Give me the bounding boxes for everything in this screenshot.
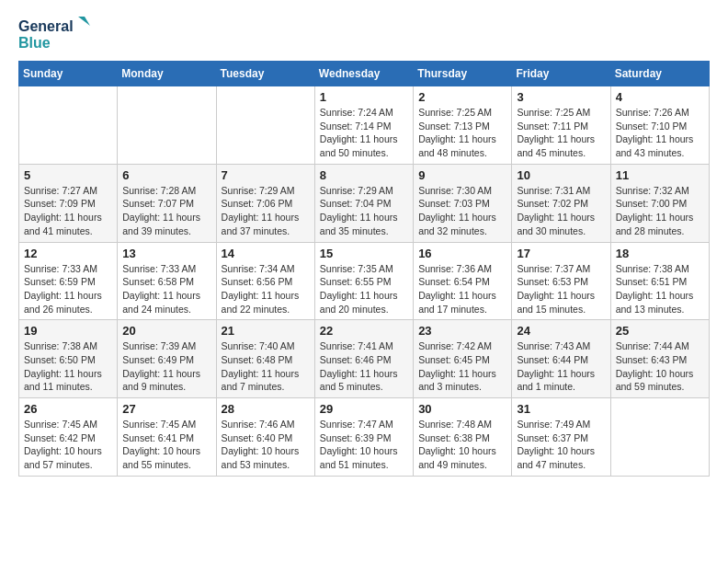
day-info: Sunrise: 7:33 AM Sunset: 6:59 PM Dayligh… [24,262,112,316]
calendar-cell: 5Sunrise: 7:27 AM Sunset: 7:09 PM Daylig… [19,164,118,242]
day-info: Sunrise: 7:43 AM Sunset: 6:44 PM Dayligh… [517,339,605,394]
day-info: Sunrise: 7:37 AM Sunset: 6:53 PM Dayligh… [517,262,605,316]
day-number: 8 [320,168,408,182]
svg-text:Blue: Blue [18,35,51,51]
calendar-cell: 21Sunrise: 7:40 AM Sunset: 6:48 PM Dayli… [216,320,314,398]
calendar-cell: 10Sunrise: 7:31 AM Sunset: 7:02 PM Dayli… [512,164,610,242]
day-number: 15 [320,247,408,260]
day-number: 3 [517,90,605,104]
day-info: Sunrise: 7:24 AM Sunset: 7:14 PM Dayligh… [320,106,408,160]
day-info: Sunrise: 7:36 AM Sunset: 6:54 PM Dayligh… [418,262,506,316]
day-number: 27 [122,402,210,416]
calendar-cell: 25Sunrise: 7:44 AM Sunset: 6:43 PM Dayli… [610,320,709,398]
day-info: Sunrise: 7:40 AM Sunset: 6:48 PM Dayligh… [222,339,310,394]
day-info: Sunrise: 7:41 AM Sunset: 6:46 PM Dayligh… [320,339,408,394]
day-info: Sunrise: 7:33 AM Sunset: 6:58 PM Dayligh… [122,262,210,316]
calendar-cell [216,86,314,165]
weekday-header: Friday [512,62,610,86]
calendar-cell: 29Sunrise: 7:47 AM Sunset: 6:39 PM Dayli… [314,398,413,477]
day-info: Sunrise: 7:26 AM Sunset: 7:10 PM Dayligh… [616,106,704,160]
day-info: Sunrise: 7:42 AM Sunset: 6:45 PM Dayligh… [418,339,506,394]
day-number: 11 [616,168,704,182]
calendar-cell: 23Sunrise: 7:42 AM Sunset: 6:45 PM Dayli… [414,320,512,398]
day-number: 25 [616,324,704,338]
day-info: Sunrise: 7:38 AM Sunset: 6:50 PM Dayligh… [24,339,112,394]
calendar-cell: 22Sunrise: 7:41 AM Sunset: 6:46 PM Dayli… [314,320,413,398]
day-number: 29 [320,402,408,416]
day-number: 18 [616,247,704,260]
calendar-cell: 3Sunrise: 7:25 AM Sunset: 7:11 PM Daylig… [512,86,610,165]
svg-marker-2 [78,17,90,26]
calendar-cell [19,86,118,165]
calendar-cell: 11Sunrise: 7:32 AM Sunset: 7:00 PM Dayli… [610,164,709,242]
svg-text:General: General [18,18,74,34]
day-info: Sunrise: 7:44 AM Sunset: 6:43 PM Dayligh… [616,339,704,394]
day-info: Sunrise: 7:46 AM Sunset: 6:40 PM Dayligh… [222,418,310,472]
calendar-week-row: 5Sunrise: 7:27 AM Sunset: 7:09 PM Daylig… [19,164,710,242]
day-number: 2 [418,90,506,104]
weekday-header: Wednesday [314,62,413,86]
calendar-cell: 15Sunrise: 7:35 AM Sunset: 6:55 PM Dayli… [314,242,413,320]
calendar-cell [610,398,709,477]
day-info: Sunrise: 7:30 AM Sunset: 7:03 PM Dayligh… [418,184,506,238]
weekday-header: Sunday [19,62,118,86]
day-number: 17 [517,247,605,260]
day-number: 13 [122,247,210,260]
calendar-cell: 28Sunrise: 7:46 AM Sunset: 6:40 PM Dayli… [216,398,314,477]
day-info: Sunrise: 7:29 AM Sunset: 7:04 PM Dayligh… [320,184,408,238]
day-number: 30 [418,402,506,416]
day-info: Sunrise: 7:25 AM Sunset: 7:13 PM Dayligh… [418,106,506,160]
calendar-cell: 18Sunrise: 7:38 AM Sunset: 6:51 PM Dayli… [610,242,709,320]
day-number: 4 [616,90,704,104]
calendar-cell: 1Sunrise: 7:24 AM Sunset: 7:14 PM Daylig… [314,86,413,165]
calendar-cell: 7Sunrise: 7:29 AM Sunset: 7:06 PM Daylig… [216,164,314,242]
weekday-header: Tuesday [216,62,314,86]
day-number: 24 [517,324,605,338]
calendar-cell: 26Sunrise: 7:45 AM Sunset: 6:42 PM Dayli… [19,398,118,477]
calendar-week-row: 19Sunrise: 7:38 AM Sunset: 6:50 PM Dayli… [19,320,710,398]
day-number: 10 [517,168,605,182]
calendar-cell: 24Sunrise: 7:43 AM Sunset: 6:44 PM Dayli… [512,320,610,398]
calendar-table: SundayMondayTuesdayWednesdayThursdayFrid… [18,61,710,477]
day-info: Sunrise: 7:34 AM Sunset: 6:56 PM Dayligh… [222,262,310,316]
day-number: 20 [122,324,210,338]
day-info: Sunrise: 7:45 AM Sunset: 6:42 PM Dayligh… [24,418,112,472]
day-number: 26 [24,402,112,416]
day-info: Sunrise: 7:28 AM Sunset: 7:07 PM Dayligh… [122,184,210,238]
calendar-cell: 12Sunrise: 7:33 AM Sunset: 6:59 PM Dayli… [19,242,118,320]
day-info: Sunrise: 7:31 AM Sunset: 7:02 PM Dayligh… [517,184,605,238]
logo: GeneralBlue [18,15,92,52]
day-info: Sunrise: 7:25 AM Sunset: 7:11 PM Dayligh… [517,106,605,160]
day-info: Sunrise: 7:27 AM Sunset: 7:09 PM Dayligh… [24,184,112,238]
calendar-cell: 2Sunrise: 7:25 AM Sunset: 7:13 PM Daylig… [414,86,512,165]
day-number: 16 [418,247,506,260]
day-number: 6 [122,168,210,182]
day-info: Sunrise: 7:29 AM Sunset: 7:06 PM Dayligh… [222,184,310,238]
weekday-header: Monday [118,62,216,86]
calendar-cell: 16Sunrise: 7:36 AM Sunset: 6:54 PM Dayli… [414,242,512,320]
day-number: 23 [418,324,506,338]
day-number: 7 [222,168,310,182]
calendar-cell: 27Sunrise: 7:45 AM Sunset: 6:41 PM Dayli… [118,398,216,477]
weekday-header: Thursday [414,62,512,86]
calendar-cell: 30Sunrise: 7:48 AM Sunset: 6:38 PM Dayli… [414,398,512,477]
calendar-cell: 14Sunrise: 7:34 AM Sunset: 6:56 PM Dayli… [216,242,314,320]
day-info: Sunrise: 7:45 AM Sunset: 6:41 PM Dayligh… [122,418,210,472]
calendar-cell: 20Sunrise: 7:39 AM Sunset: 6:49 PM Dayli… [118,320,216,398]
day-info: Sunrise: 7:48 AM Sunset: 6:38 PM Dayligh… [418,418,506,472]
header: GeneralBlue [18,15,710,52]
calendar-week-row: 1Sunrise: 7:24 AM Sunset: 7:14 PM Daylig… [19,86,710,165]
day-info: Sunrise: 7:32 AM Sunset: 7:00 PM Dayligh… [616,184,704,238]
day-info: Sunrise: 7:47 AM Sunset: 6:39 PM Dayligh… [320,418,408,472]
day-number: 21 [222,324,310,338]
day-number: 28 [222,402,310,416]
day-info: Sunrise: 7:39 AM Sunset: 6:49 PM Dayligh… [122,339,210,394]
calendar-cell: 19Sunrise: 7:38 AM Sunset: 6:50 PM Dayli… [19,320,118,398]
day-number: 12 [24,247,112,260]
calendar-cell: 8Sunrise: 7:29 AM Sunset: 7:04 PM Daylig… [314,164,413,242]
calendar-header-row: SundayMondayTuesdayWednesdayThursdayFrid… [19,62,710,86]
day-number: 14 [222,247,310,260]
calendar-cell: 17Sunrise: 7:37 AM Sunset: 6:53 PM Dayli… [512,242,610,320]
weekday-header: Saturday [610,62,709,86]
day-info: Sunrise: 7:49 AM Sunset: 6:37 PM Dayligh… [517,418,605,472]
